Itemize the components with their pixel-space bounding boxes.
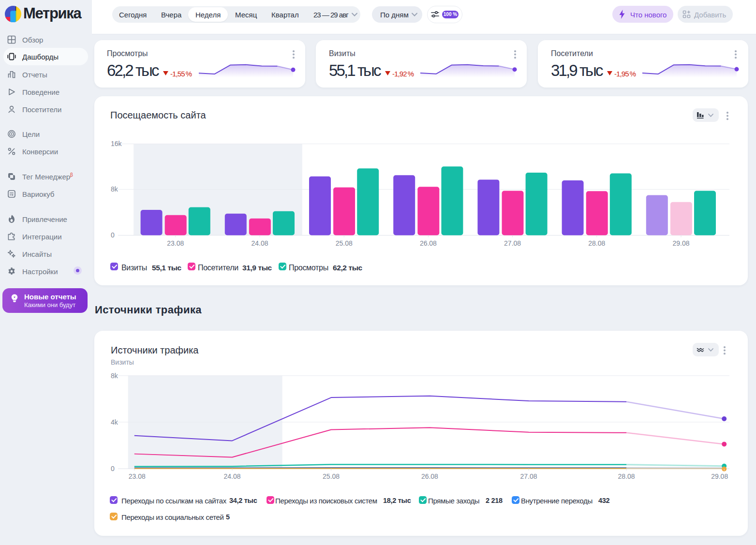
svg-text:29.08: 29.08 [672, 239, 689, 247]
svg-text:26.08: 26.08 [420, 239, 437, 247]
svg-text:25.08: 25.08 [323, 472, 340, 480]
svg-text:28.08: 28.08 [618, 472, 635, 480]
svg-text:23.08: 23.08 [167, 239, 184, 247]
svg-text:27.08: 27.08 [504, 239, 521, 247]
svg-text:28.08: 28.08 [588, 239, 605, 247]
svg-text:29.08: 29.08 [711, 472, 728, 480]
svg-text:25.08: 25.08 [336, 239, 353, 247]
svg-text:23.08: 23.08 [129, 472, 146, 480]
svg-text:24.08: 24.08 [251, 239, 268, 247]
svg-text:24.08: 24.08 [223, 472, 240, 480]
svg-text:27.08: 27.08 [520, 472, 537, 480]
svg-text:26.08: 26.08 [421, 472, 438, 480]
